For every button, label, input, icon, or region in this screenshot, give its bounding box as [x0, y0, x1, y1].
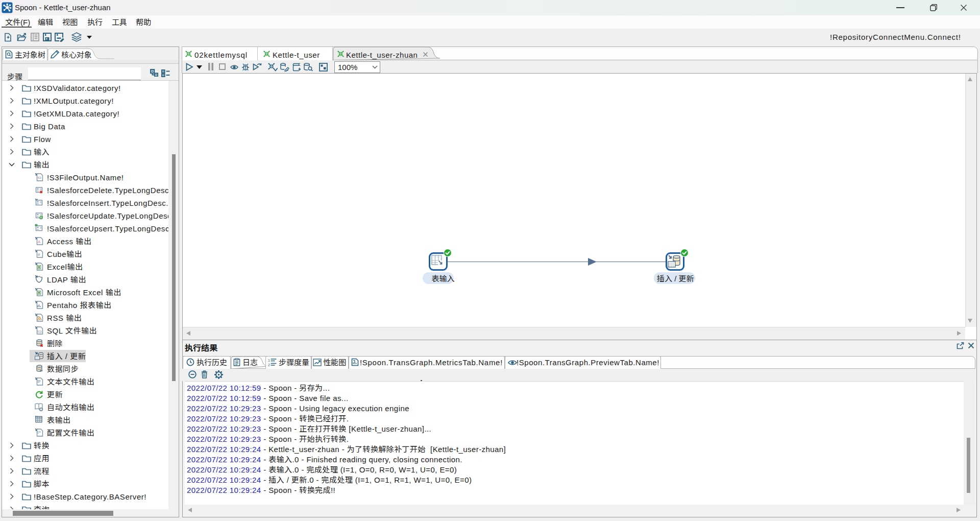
svg-text:A: A — [38, 240, 41, 244]
svg-text:S3: S3 — [38, 176, 42, 179]
svg-text:SQL: SQL — [37, 330, 42, 333]
svg-text:1: 1 — [268, 359, 270, 362]
svg-text:2: 2 — [268, 363, 270, 367]
svg-text:#: # — [38, 252, 40, 257]
